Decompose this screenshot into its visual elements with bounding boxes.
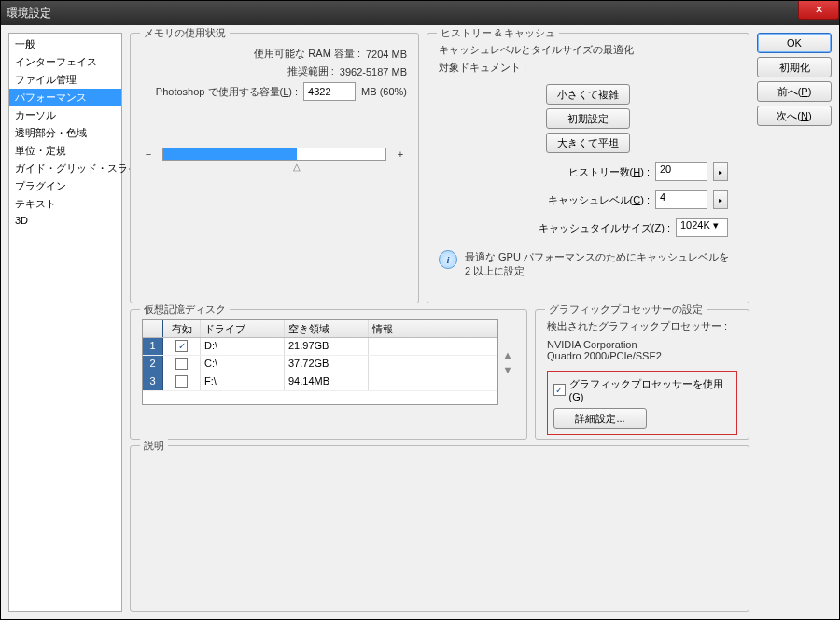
memory-fieldset: メモリの使用状況 使用可能な RAM 容量 :7204 MB 推奨範囲 :396… bbox=[130, 33, 419, 303]
scratch-legend: 仮想記憶ディスク bbox=[140, 303, 230, 317]
scratch-disk-table: 有効 ドライブ 空き領域 情報 1✓D:\21.97GB2C:\37.72GB3… bbox=[143, 320, 497, 391]
prev-button[interactable]: 前へ(P) bbox=[757, 81, 832, 102]
gpu-info-text: 最適な GPU パフォーマンスのためにキャッシュレベルを 2 以上に設定 bbox=[465, 250, 737, 278]
info-icon: i bbox=[439, 250, 457, 269]
gpu-model: Quadro 2000/PCIe/SSE2 bbox=[547, 350, 737, 361]
tile-size-select[interactable]: 1024K ▾ bbox=[676, 218, 728, 237]
col-info: 情報 bbox=[369, 320, 497, 337]
history-sub2: 対象ドキュメント : bbox=[439, 61, 526, 75]
free-cell: 94.14MB bbox=[285, 373, 369, 390]
preset-default-button[interactable]: 初期設定 bbox=[546, 108, 630, 129]
ps-use-input[interactable] bbox=[303, 82, 356, 101]
dialog-buttons: OK 初期化 前へ(P) 次へ(N) bbox=[757, 33, 832, 612]
cache-level-spinner[interactable]: ▸ bbox=[713, 190, 728, 209]
col-free: 空き領域 bbox=[285, 320, 369, 337]
row-index: 3 bbox=[143, 373, 163, 390]
sidebar-item-8[interactable]: プラグイン bbox=[9, 177, 121, 195]
sidebar-item-2[interactable]: ファイル管理 bbox=[9, 71, 121, 89]
dropdown-icon: ▾ bbox=[713, 219, 719, 231]
available-ram-value: 7204 MB bbox=[366, 49, 407, 60]
table-row[interactable]: 2C:\37.72GB bbox=[143, 356, 497, 373]
sidebar-item-9[interactable]: テキスト bbox=[9, 195, 121, 213]
preferences-window: 環境設定 ✕ 一般インターフェイスファイル管理パフォーマンスカーソル透明部分・色… bbox=[0, 0, 840, 620]
titlebar: 環境設定 ✕ bbox=[1, 1, 839, 25]
history-count-spinner[interactable]: ▸ bbox=[713, 162, 728, 181]
recommended-range-label: 推奨範囲 : bbox=[287, 64, 334, 78]
recommended-range-value: 3962-5187 MB bbox=[340, 66, 407, 78]
enable-checkbox[interactable]: ✓ bbox=[175, 340, 188, 352]
drive-cell: F:\ bbox=[201, 373, 285, 390]
memory-legend: メモリの使用状況 bbox=[140, 26, 230, 40]
sidebar-item-5[interactable]: 透明部分・色域 bbox=[9, 124, 121, 142]
col-drive: ドライブ bbox=[201, 320, 285, 337]
slider-plus[interactable]: + bbox=[394, 148, 407, 160]
ps-use-unit: MB (60%) bbox=[361, 86, 407, 97]
close-icon[interactable]: ✕ bbox=[798, 1, 839, 20]
description-legend: 説明 bbox=[140, 439, 168, 453]
free-cell: 21.97GB bbox=[285, 338, 369, 355]
row-index: 2 bbox=[143, 356, 163, 373]
table-row[interactable]: 1✓D:\21.97GB bbox=[143, 338, 497, 356]
sidebar-item-3[interactable]: パフォーマンス bbox=[9, 89, 121, 106]
available-ram-label: 使用可能な RAM 容量 : bbox=[254, 47, 360, 61]
free-cell: 37.72GB bbox=[285, 356, 369, 373]
ok-button[interactable]: OK bbox=[757, 33, 832, 53]
enable-checkbox[interactable] bbox=[175, 358, 188, 370]
sidebar-item-10[interactable]: 3D bbox=[9, 213, 121, 228]
sidebar-item-4[interactable]: カーソル bbox=[9, 106, 121, 124]
history-count-label: ヒストリー数(H) : bbox=[568, 165, 650, 179]
gpu-fieldset: グラフィックプロセッサーの設定 検出されたグラフィックプロセッサー : NVID… bbox=[535, 309, 749, 440]
next-button[interactable]: 次へ(N) bbox=[757, 106, 832, 126]
preset-small-button[interactable]: 小さくて複雑 bbox=[546, 84, 630, 105]
tile-size-label: キャッシュタイルサイズ(Z) : bbox=[539, 221, 670, 235]
cache-level-label: キャッシュレベル(C) : bbox=[548, 193, 650, 207]
history-cache-fieldset: ヒストリー & キャッシュ キャッシュレベルとタイルサイズの最適化 対象ドキュメ… bbox=[427, 33, 749, 303]
window-title: 環境設定 bbox=[7, 6, 51, 21]
table-row[interactable]: 3F:\94.14MB bbox=[143, 373, 497, 391]
history-count-input[interactable]: 20 bbox=[655, 162, 707, 181]
use-gpu-checkbox[interactable]: ✓ bbox=[553, 384, 566, 396]
col-enabled: 有効 bbox=[163, 320, 201, 337]
history-legend: ヒストリー & キャッシュ bbox=[437, 26, 559, 40]
preset-big-button[interactable]: 大きくて平坦 bbox=[546, 133, 630, 153]
gpu-highlight-box: ✓ グラフィックプロセッサーを使用(G) 詳細設定... bbox=[547, 371, 737, 435]
detected-gpu-label: 検出されたグラフィックプロセッサー : bbox=[547, 319, 737, 333]
drive-cell: D:\ bbox=[201, 338, 285, 355]
reset-button[interactable]: 初期化 bbox=[757, 57, 832, 78]
info-cell bbox=[369, 356, 497, 373]
move-down-icon[interactable]: ▼ bbox=[500, 364, 515, 375]
memory-slider[interactable]: △ bbox=[162, 148, 386, 161]
info-cell bbox=[369, 373, 497, 390]
enable-checkbox[interactable] bbox=[175, 375, 188, 388]
scratch-disk-fieldset: 仮想記憶ディスク 有効 ドライブ 空き領域 情報 bbox=[130, 309, 527, 440]
advanced-settings-button[interactable]: 詳細設定... bbox=[553, 408, 647, 429]
info-cell bbox=[369, 338, 497, 355]
cache-level-input[interactable]: 4 bbox=[655, 190, 707, 209]
use-gpu-label: グラフィックプロセッサーを使用(G) bbox=[569, 377, 731, 402]
gpu-vendor: NVIDIA Corporation bbox=[547, 339, 737, 350]
row-index: 1 bbox=[143, 338, 163, 355]
gpu-legend: グラフィックプロセッサーの設定 bbox=[545, 303, 707, 317]
slider-fill bbox=[163, 148, 297, 160]
move-up-icon[interactable]: ▲ bbox=[500, 349, 515, 360]
sidebar-item-6[interactable]: 単位・定規 bbox=[9, 142, 121, 160]
ps-use-label: Photoshop で使用する容量(L) : bbox=[156, 85, 298, 99]
drive-cell: C:\ bbox=[201, 356, 285, 373]
slider-marker-icon: △ bbox=[293, 162, 301, 172]
sidebar-item-0[interactable]: 一般 bbox=[9, 35, 121, 53]
table-header: 有効 ドライブ 空き領域 情報 bbox=[143, 320, 497, 338]
history-sub1: キャッシュレベルとタイルサイズの最適化 bbox=[439, 43, 634, 57]
sidebar-item-7[interactable]: ガイド・グリッド・スライス bbox=[9, 160, 121, 177]
category-sidebar: 一般インターフェイスファイル管理パフォーマンスカーソル透明部分・色域単位・定規ガ… bbox=[8, 33, 122, 612]
sidebar-item-1[interactable]: インターフェイス bbox=[9, 53, 121, 71]
slider-minus[interactable]: − bbox=[142, 148, 155, 160]
description-fieldset: 説明 bbox=[130, 445, 749, 612]
